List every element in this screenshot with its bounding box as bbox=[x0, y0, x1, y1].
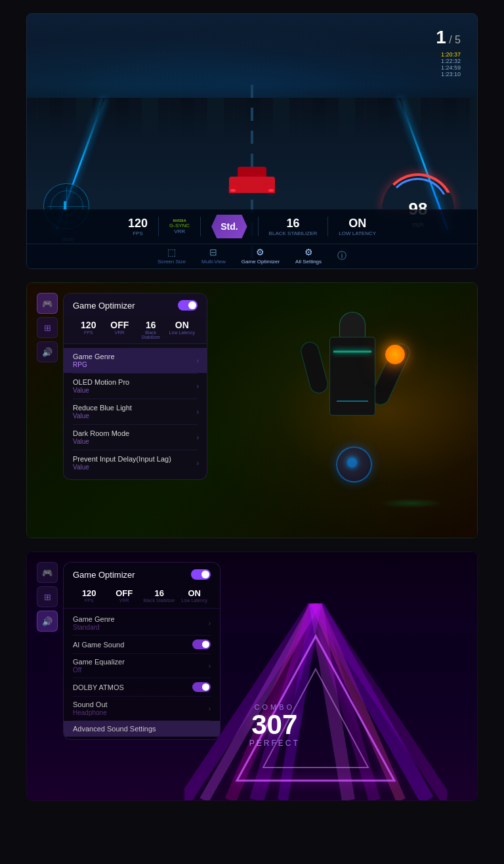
score-display: COMBO 307 PERFECT bbox=[249, 703, 300, 748]
hud-fps: 120 FPS bbox=[128, 217, 148, 236]
side-nav-3-sound[interactable]: 🔊 bbox=[37, 611, 58, 632]
opt3-black-stab-value: 16 bbox=[143, 588, 176, 598]
hud-help-btn[interactable]: ⓘ bbox=[337, 250, 346, 262]
car bbox=[226, 163, 278, 193]
input-lag-value: Value bbox=[73, 464, 198, 471]
hud-screen-size-btn[interactable]: ⬚ Screen Size bbox=[158, 247, 186, 265]
opt-fps-label: FPS bbox=[73, 330, 104, 335]
opt-black-stab-value: 16 bbox=[135, 320, 167, 330]
radar-horizontal-line bbox=[47, 206, 87, 207]
controller-icon-3: 🎮 bbox=[42, 568, 52, 578]
side-nav-3-display[interactable]: ⊞ bbox=[37, 586, 58, 607]
hud-mode-badge: Std. bbox=[211, 215, 247, 238]
game-opt-label: Game Optimizer bbox=[242, 259, 280, 265]
all-settings-icon: ⚙ bbox=[304, 247, 313, 257]
hud-bar: 120 FPS NVIDIA G-SYNC VRR Std. 16 Black … bbox=[27, 209, 477, 269]
car-light-left bbox=[230, 189, 236, 192]
hud-vrr-label: VRR bbox=[174, 228, 185, 234]
game-opt-icon: ⚙ bbox=[256, 247, 264, 257]
menu-item-dark-room[interactable]: Dark Room Mode Value › bbox=[64, 425, 207, 450]
race-pos-total: / bbox=[449, 34, 452, 45]
optimizer-toggle[interactable] bbox=[178, 300, 198, 311]
oled-motion-value: Value bbox=[73, 387, 198, 394]
opt3-title: Game Optimizer bbox=[73, 570, 135, 580]
menu-item-game-genre[interactable]: Game Genre RPG › bbox=[64, 348, 207, 373]
opt3-sound-out-chevron: › bbox=[209, 705, 211, 712]
ground-glow bbox=[379, 498, 444, 508]
opt3-ai-game-sound[interactable]: AI Game Sound bbox=[64, 636, 220, 653]
hud-game-opt-btn[interactable]: ⚙ Game Optimizer bbox=[242, 247, 280, 265]
opt-black-stab-label: Black Stabilizer bbox=[135, 330, 167, 339]
opt3-stat-black-stab: 16 Black Stabilizer bbox=[143, 588, 176, 603]
neon-beams-svg bbox=[184, 603, 447, 800]
opt3-game-genre[interactable]: Game Genre Standard › bbox=[64, 611, 220, 635]
opt3-game-eq-title: Game Equalizer bbox=[73, 658, 125, 666]
race-time-2: 1:22:32 bbox=[436, 58, 461, 64]
hud-divider-1 bbox=[158, 217, 159, 236]
reduce-blue-chevron: › bbox=[197, 408, 199, 416]
hud-divider-3 bbox=[258, 217, 259, 236]
side-nav-controller[interactable]: 🎮 bbox=[37, 293, 58, 314]
screen-size-icon: ⬚ bbox=[167, 247, 176, 257]
dark-room-value: Value bbox=[73, 438, 198, 445]
opt3-sound-out-value: Headphone bbox=[73, 709, 108, 716]
opt3-latency-value: ON bbox=[178, 588, 211, 598]
side-nav-sound[interactable]: 🔊 bbox=[37, 341, 58, 362]
hud-multi-view-btn[interactable]: ⊟ Multi-View bbox=[201, 247, 226, 265]
race-pos-times: 1:20:37 1:22:32 1:24:59 1:23:10 bbox=[436, 51, 461, 77]
reduce-blue-title: Reduce Blue Light bbox=[73, 404, 198, 412]
game-genre-title: Game Genre bbox=[73, 353, 198, 360]
side-nav-3-controller[interactable]: 🎮 bbox=[37, 562, 58, 583]
opt-stat-latency: ON Low Latency bbox=[167, 320, 198, 339]
racing-game-panel: 00:00 98 mph 1 / 5 1:20:37 1:22:32 1:24:… bbox=[26, 13, 478, 269]
game-optimizer-sound-panel: COMBO 307 PERFECT 🎮 ⊞ 🔊 Game Optimizer 1… bbox=[26, 551, 478, 801]
reduce-blue-value: Value bbox=[73, 412, 198, 420]
energy-orb bbox=[385, 345, 405, 364]
menu-item-input-lag[interactable]: Prevent Input Delay(Input Lag) Value › bbox=[64, 450, 207, 475]
sound-icon: 🔊 bbox=[42, 347, 52, 357]
race-position-widget: 1 / 5 1:20:37 1:22:32 1:24:59 1:23:10 bbox=[436, 27, 461, 77]
opt3-dolby[interactable]: DOLBY ATMOS bbox=[64, 678, 220, 696]
display-icon: ⊞ bbox=[44, 323, 51, 333]
hud-all-settings-btn[interactable]: ⚙ All Settings bbox=[295, 247, 322, 265]
opt3-dolby-toggle[interactable] bbox=[192, 682, 211, 692]
opt3-sound-out[interactable]: Sound Out Headphone › bbox=[64, 697, 220, 720]
multi-view-label: Multi-View bbox=[201, 259, 226, 265]
menu-item-reduce-blue-light[interactable]: Reduce Blue Light Value › bbox=[64, 399, 207, 424]
car-light-right bbox=[268, 189, 274, 192]
menu-item-oled-motion[interactable]: OLED Motion Pro Value › bbox=[64, 374, 207, 399]
hud-fps-label: FPS bbox=[133, 230, 143, 236]
input-lag-title: Prevent Input Delay(Input Lag) bbox=[73, 455, 198, 463]
display-icon-3: ⊞ bbox=[44, 592, 51, 602]
game-optimizer-visual-panel: 🎮 ⊞ 🔊 Game Optimizer 120 FPS OFF VRR 16 bbox=[26, 282, 478, 538]
opt3-stat-vrr: OFF VRR bbox=[108, 588, 141, 603]
opt3-game-eq[interactable]: Game Equalizer Off › bbox=[64, 654, 220, 678]
opt-stat-fps: 120 FPS bbox=[73, 320, 104, 339]
char-body bbox=[329, 337, 375, 416]
race-pos-current: 1 bbox=[436, 27, 446, 47]
optimizer-header: Game Optimizer bbox=[64, 293, 207, 316]
opt3-menu: Game Genre Standard › AI Game Sound Game… bbox=[64, 609, 220, 739]
opt3-advanced-sound[interactable]: Advanced Sound Settings bbox=[64, 721, 220, 737]
race-pos-total-num: 5 bbox=[455, 34, 461, 45]
game-genre-value: RPG bbox=[73, 361, 198, 368]
opt3-header: Game Optimizer bbox=[64, 563, 220, 585]
opt-fps-value: 120 bbox=[73, 320, 104, 330]
race-time-4: 1:23:10 bbox=[436, 71, 461, 77]
opt3-black-stab-label: Black Stabilizer bbox=[143, 598, 176, 603]
opt3-vrr-label: VRR bbox=[108, 598, 141, 603]
opt3-ai-sound-toggle[interactable] bbox=[192, 639, 211, 649]
race-time-3: 1:24:59 bbox=[436, 64, 461, 71]
opt3-dolby-title: DOLBY ATMOS bbox=[73, 683, 124, 691]
opt3-fps-value: 120 bbox=[73, 588, 106, 598]
controller-icon: 🎮 bbox=[42, 299, 52, 309]
side-nav-display[interactable]: ⊞ bbox=[37, 317, 58, 338]
opt-vrr-value: OFF bbox=[104, 320, 136, 330]
opt3-toggle-main[interactable] bbox=[191, 569, 211, 580]
opt3-stat-latency: ON Low Latency bbox=[178, 588, 211, 603]
hud-divider-2 bbox=[200, 217, 201, 236]
opt3-ai-sound-title: AI Game Sound bbox=[73, 641, 124, 649]
opt3-game-genre-chevron: › bbox=[209, 620, 211, 627]
hud-stats-row: 120 FPS NVIDIA G-SYNC VRR Std. 16 Black … bbox=[27, 209, 477, 244]
score-result-label: PERFECT bbox=[249, 739, 300, 748]
